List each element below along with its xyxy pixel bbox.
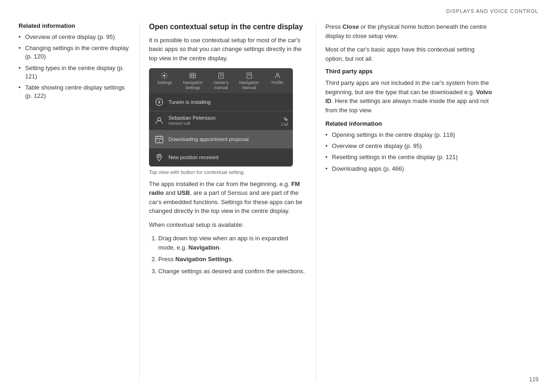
position-text: New position received bbox=[168, 154, 288, 160]
display-top-nav-label: NavigationSettings bbox=[183, 80, 203, 90]
list-item: Setting types in the centre display (p. … bbox=[19, 64, 130, 81]
list-item: Overview of centre display (p. 95) bbox=[19, 33, 130, 41]
sebastian-text: Sebastian Petersson Missed call bbox=[168, 115, 277, 126]
phone-icon bbox=[154, 115, 165, 126]
mid-body-text-1: The apps installed in the car from the b… bbox=[149, 180, 306, 216]
mid-body-text-2: When contextual setup is available: bbox=[149, 220, 306, 230]
step-2: Press Navigation Settings. bbox=[158, 255, 306, 264]
list-item: Table showing centre display settings (p… bbox=[19, 84, 130, 100]
display-top-manual[interactable]: Owner'smanual bbox=[207, 71, 235, 91]
list-item: Resetting settings in the centre display… bbox=[325, 153, 492, 161]
display-list: TuneIn is installing Sebastian Petersson… bbox=[149, 93, 293, 167]
display-top-nav-settings[interactable]: NavigationSettings bbox=[179, 71, 207, 91]
page-number: 119 bbox=[529, 376, 538, 383]
list-item: Downloading apps (p. 466) bbox=[325, 165, 492, 173]
calendar-warning-icon bbox=[154, 134, 165, 145]
display-top-nav-manual[interactable]: NavigationManual bbox=[235, 71, 263, 91]
tunein-text: TuneIn is installing bbox=[168, 99, 288, 105]
svg-point-12 bbox=[276, 73, 278, 76]
location-icon bbox=[154, 152, 165, 163]
mid-section-title: Open contextual setup in the centre disp… bbox=[149, 22, 306, 32]
third-party-title: Third party apps bbox=[325, 68, 492, 75]
third-party-text: Third party apps are not included in the… bbox=[325, 78, 492, 115]
sebastian-sub: Missed call bbox=[168, 121, 277, 126]
profile-icon bbox=[273, 72, 282, 79]
position-main: New position received bbox=[168, 154, 288, 160]
call-action[interactable]: Call bbox=[281, 115, 288, 127]
display-top-manual-label: Owner'smanual bbox=[214, 80, 229, 90]
display-item-appointment: Downloading appointment proposal bbox=[149, 130, 293, 148]
display-item-position: New position received bbox=[149, 148, 293, 167]
display-top-bar: Settings NavigationSettings bbox=[149, 68, 293, 93]
display-top-settings-label: Settings bbox=[157, 80, 172, 85]
page-header: DISPLAYS AND VOICE CONTROL bbox=[0, 0, 557, 18]
download-icon bbox=[154, 96, 165, 108]
appointment-text: Downloading appointment proposal bbox=[168, 136, 288, 142]
settings-icon bbox=[160, 72, 168, 79]
steps-list: Drag down top view when an app is in exp… bbox=[149, 234, 306, 276]
sebastian-main: Sebastian Petersson bbox=[168, 115, 277, 121]
display-item-tunein: TuneIn is installing bbox=[149, 93, 293, 111]
display-top-nav-manual-label: NavigationManual bbox=[240, 80, 259, 90]
display-top-profile[interactable]: Profile bbox=[264, 71, 291, 91]
middle-column: Open contextual setup in the centre disp… bbox=[139, 22, 316, 382]
svg-point-0 bbox=[163, 75, 166, 77]
nav-manual-icon bbox=[245, 72, 253, 79]
left-bullet-list: Overview of centre display (p. 95) Chang… bbox=[19, 33, 130, 100]
left-section-title: Related information bbox=[19, 22, 130, 29]
left-column: Related information Overview of centre d… bbox=[19, 22, 139, 382]
list-item: Overview of centre display (p. 95) bbox=[325, 142, 492, 150]
step-1: Drag down top view when an app is in exp… bbox=[158, 234, 306, 252]
appointment-main: Downloading appointment proposal bbox=[168, 136, 288, 142]
right-related-title: Related information bbox=[325, 120, 492, 127]
display-top-settings[interactable]: Settings bbox=[151, 71, 178, 91]
book-icon bbox=[217, 72, 225, 79]
svg-rect-16 bbox=[155, 136, 163, 143]
list-item: Opening settings in the centre display (… bbox=[325, 131, 492, 139]
right-para1: Press Close or the physical home button … bbox=[325, 22, 492, 40]
svg-point-20 bbox=[158, 155, 161, 157]
centre-display-mockup: Settings NavigationSettings bbox=[149, 68, 293, 167]
right-column: Press Close or the physical home button … bbox=[316, 22, 492, 382]
right-para2: Most of the car's basic apps have this c… bbox=[325, 45, 492, 63]
right-bullet-list: Opening settings in the centre display (… bbox=[325, 131, 492, 173]
mid-intro-text: It is possible to use contextual setup f… bbox=[149, 36, 306, 63]
display-top-profile-label: Profile bbox=[272, 80, 284, 85]
tunein-main: TuneIn is installing bbox=[168, 99, 288, 105]
display-caption: Top view with button for contextual sett… bbox=[149, 169, 306, 175]
list-item: Changing settings in the centre display … bbox=[19, 44, 130, 61]
step-3: Change settings as desired and confirm t… bbox=[158, 267, 306, 276]
display-item-call: Sebastian Petersson Missed call Call bbox=[149, 111, 293, 130]
map-icon bbox=[188, 72, 197, 79]
